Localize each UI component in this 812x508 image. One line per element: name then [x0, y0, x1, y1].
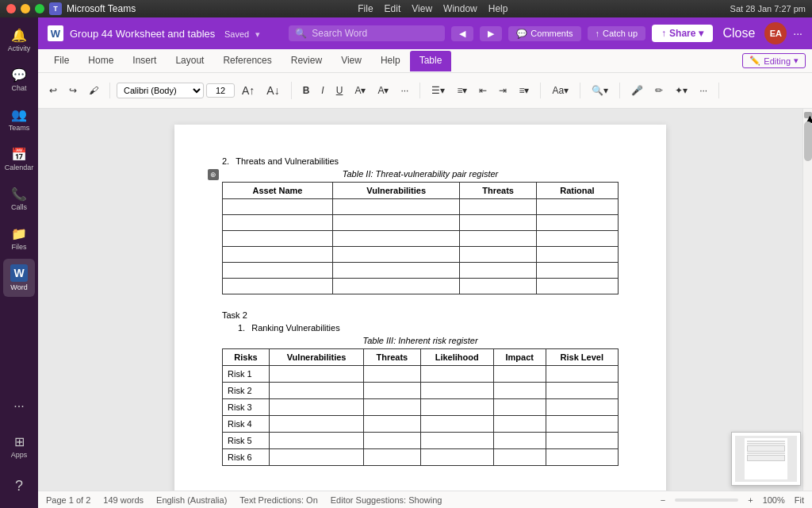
- table-cell[interactable]: [546, 433, 618, 449]
- sidebar-item-calls[interactable]: 📞 Calls: [3, 179, 35, 217]
- catch-up-button[interactable]: ↑ Catch up: [588, 26, 646, 40]
- table-cell[interactable]: [223, 231, 333, 247]
- table-cell[interactable]: [364, 416, 421, 433]
- traffic-lights[interactable]: [6, 4, 44, 13]
- scroll-up-arrow[interactable]: ▲: [804, 112, 812, 118]
- fit-button[interactable]: Fit: [795, 495, 804, 505]
- risk-label-cell[interactable]: Risk 6: [223, 449, 270, 466]
- underline-button[interactable]: U: [331, 83, 348, 98]
- table-cell[interactable]: [270, 416, 364, 433]
- suggestions-button[interactable]: ✦▾: [670, 83, 692, 98]
- sidebar-item-calendar[interactable]: 📅 Calendar: [3, 140, 35, 178]
- tab-references[interactable]: References: [213, 51, 281, 71]
- table-cell[interactable]: [420, 433, 493, 449]
- risk-label-cell[interactable]: Risk 4: [223, 416, 270, 433]
- tab-review[interactable]: Review: [282, 51, 331, 71]
- table-cell[interactable]: [420, 399, 493, 416]
- styles-button[interactable]: Aa▾: [547, 83, 573, 98]
- close-button[interactable]: Close: [719, 26, 758, 40]
- table-cell[interactable]: [460, 215, 536, 231]
- scroll-thumb[interactable]: [804, 121, 812, 161]
- vertical-scrollbar[interactable]: ▲: [802, 109, 812, 491]
- table-cell[interactable]: [546, 383, 618, 399]
- table-cell[interactable]: [493, 383, 546, 399]
- table-cell[interactable]: [364, 399, 421, 416]
- table-cell[interactable]: [223, 215, 333, 231]
- table-cell[interactable]: [332, 199, 460, 215]
- zoom-minus[interactable]: −: [661, 495, 665, 505]
- table-cell[interactable]: [536, 279, 618, 294]
- numbering-button[interactable]: ≡▾: [452, 83, 472, 98]
- dictate-button[interactable]: 🎤: [626, 83, 648, 98]
- sidebar-item-more[interactable]: ···: [3, 387, 35, 425]
- bullets-button[interactable]: ☰▾: [427, 83, 450, 98]
- find-button[interactable]: 🔍▾: [587, 83, 613, 98]
- tab-view[interactable]: View: [331, 51, 371, 71]
- sidebar-item-activity[interactable]: 🔔 Activity: [3, 21, 35, 59]
- maximize-traffic-light[interactable]: [35, 4, 44, 13]
- highlight-button[interactable]: A▾: [350, 83, 370, 98]
- sidebar-item-teams[interactable]: 👥 Teams: [3, 100, 35, 138]
- sidebar-item-files[interactable]: 📁 Files: [3, 219, 35, 257]
- nav-forward-button[interactable]: ▶: [480, 26, 502, 41]
- table-cell[interactable]: [364, 383, 421, 399]
- table-cell[interactable]: [493, 433, 546, 449]
- table-cell[interactable]: [546, 449, 618, 466]
- mac-menu[interactable]: File Edit View Window Help: [358, 3, 508, 14]
- risk-label-cell[interactable]: Risk 2: [223, 383, 270, 399]
- nav-back-button[interactable]: ◀: [451, 26, 473, 41]
- comments-button[interactable]: 💬 Comments: [508, 26, 580, 41]
- tab-table[interactable]: Table: [410, 51, 452, 71]
- table-cell[interactable]: [420, 383, 493, 399]
- table-cell[interactable]: [270, 399, 364, 416]
- table-cell[interactable]: [546, 366, 618, 383]
- tab-home[interactable]: Home: [79, 51, 123, 71]
- table-cell[interactable]: [223, 263, 333, 279]
- table-cell[interactable]: [270, 449, 364, 466]
- table-cell[interactable]: [223, 199, 333, 215]
- more-format-button[interactable]: ···: [396, 83, 413, 98]
- table-cell[interactable]: [420, 366, 493, 383]
- table-cell[interactable]: [332, 247, 460, 263]
- zoom-slider[interactable]: [675, 498, 738, 502]
- table-cell[interactable]: [460, 263, 536, 279]
- table-cell[interactable]: [460, 279, 536, 294]
- menu-help[interactable]: Help: [488, 3, 508, 14]
- table-cell[interactable]: [536, 215, 618, 231]
- table-cell[interactable]: [460, 247, 536, 263]
- saved-chevron[interactable]: ▾: [255, 29, 260, 39]
- sidebar-item-help[interactable]: ?: [3, 467, 35, 505]
- font-size-input[interactable]: [206, 83, 235, 98]
- table-cell[interactable]: [460, 199, 536, 215]
- italic-button[interactable]: I: [316, 83, 328, 98]
- tab-help[interactable]: Help: [371, 51, 410, 71]
- tab-file[interactable]: File: [44, 51, 79, 71]
- editing-badge[interactable]: ✏️ Editing ▾: [742, 53, 806, 68]
- more-options-button[interactable]: ···: [793, 27, 802, 40]
- table-cell[interactable]: [536, 263, 618, 279]
- menu-view[interactable]: View: [412, 3, 432, 14]
- format-painter-button[interactable]: 🖌: [84, 83, 103, 98]
- risk-label-cell[interactable]: Risk 3: [223, 399, 270, 416]
- menu-edit[interactable]: Edit: [385, 3, 401, 14]
- word-search-input[interactable]: [312, 28, 439, 39]
- bold-button[interactable]: B: [298, 83, 315, 98]
- table-cell[interactable]: [536, 247, 618, 263]
- table-cell[interactable]: [332, 263, 460, 279]
- table-cell[interactable]: [536, 199, 618, 215]
- share-button[interactable]: ↑ Share ▾: [652, 25, 713, 42]
- tab-insert[interactable]: Insert: [123, 51, 166, 71]
- minimize-traffic-light[interactable]: [21, 4, 30, 13]
- font-name-select[interactable]: Calibri (Body): [117, 83, 204, 98]
- sidebar-item-chat[interactable]: 💬 Chat: [3, 60, 35, 98]
- menu-window[interactable]: Window: [443, 3, 477, 14]
- sidebar-item-apps[interactable]: ⊞ Apps: [3, 427, 35, 465]
- table-cell[interactable]: [332, 231, 460, 247]
- font-decrease-button[interactable]: A↓: [262, 82, 284, 99]
- table-cell[interactable]: [420, 416, 493, 433]
- close-traffic-light[interactable]: [6, 4, 16, 13]
- table-cell[interactable]: [493, 366, 546, 383]
- table-cell[interactable]: [223, 247, 333, 263]
- table-move-handle[interactable]: ⊕: [208, 169, 219, 180]
- word-search-box[interactable]: 🔍: [289, 25, 445, 41]
